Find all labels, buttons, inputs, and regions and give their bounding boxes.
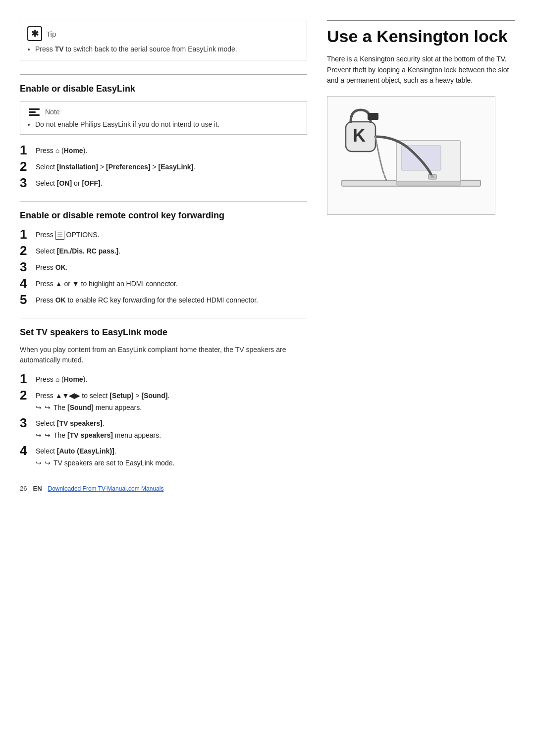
- svg-rect-7: [368, 113, 378, 120]
- step-num: 3: [20, 260, 31, 273]
- step-1-3: 3 Select [ON] or [OFF].: [20, 176, 307, 189]
- step-num: 4: [20, 444, 31, 457]
- step-text: Press ⌂ (Home).: [36, 372, 87, 385]
- divider-2: [20, 201, 307, 202]
- step-2-4: 4 Press ▲ or ▼ to highlight an HDMI conn…: [20, 277, 307, 290]
- step-num: 3: [20, 176, 31, 189]
- note-header: Note: [27, 106, 300, 117]
- page-number: 26: [20, 485, 27, 492]
- tip-icon: ✱: [27, 26, 42, 41]
- arrow-icon: ↪: [45, 458, 51, 468]
- step-2-3: 3 Press OK.: [20, 260, 307, 273]
- step-text: Press OK to enable RC key forwarding for…: [36, 293, 258, 305]
- arrow-item: ↪ TV speakers are set to EasyLink mode.: [36, 458, 174, 468]
- step-num: 4: [20, 277, 31, 290]
- step-text: Press ⌂ (Home).: [36, 144, 87, 156]
- step-num: 1: [20, 228, 31, 241]
- arrow-text: TV speakers are set to EasyLink mode.: [54, 458, 174, 468]
- step-3-4: 4 Select [Auto (EasyLink)]. ↪ TV speaker…: [20, 444, 307, 468]
- kensington-svg: K: [332, 101, 490, 210]
- right-heading: Use a Kensington lock: [327, 20, 515, 46]
- step-2-2: 2 Select [En./Dis. RC pass.].: [20, 244, 307, 257]
- note-label: Note: [45, 108, 60, 116]
- section3-steps: 1 Press ⌂ (Home). 2 Press ▲▼◀▶ to select…: [20, 372, 307, 468]
- step-text: Select [TV speakers]. ↪ The [TV speakers…: [36, 416, 161, 441]
- step-3-3: 3 Select [TV speakers]. ↪ The [TV speake…: [20, 416, 307, 441]
- arrow-text: The [TV speakers] menu appears.: [54, 430, 161, 441]
- step-num: 2: [20, 244, 31, 257]
- step-num: 3: [20, 416, 31, 429]
- step-text: Select [ON] or [OFF].: [36, 176, 103, 189]
- section2-heading: Enable or disable remote control key for…: [20, 210, 307, 221]
- right-column: Use a Kensington lock There is a Kensing…: [327, 20, 515, 472]
- divider-3: [20, 318, 307, 318]
- divider-1: [20, 74, 307, 75]
- footer-link[interactable]: Downloaded From TV-Manual.com Manuals: [48, 485, 164, 492]
- arrow-icon: ↪: [45, 403, 51, 413]
- home-icon: ⌂: [55, 375, 59, 383]
- kensington-image: K: [327, 96, 495, 215]
- tip-label: Tip: [46, 30, 56, 38]
- step-1-2: 2 Select [Installation] > [Preferences] …: [20, 160, 307, 173]
- step-text: Select [En./Dis. RC pass.].: [36, 244, 120, 256]
- step-text: Press ☰ OPTIONS.: [36, 228, 99, 240]
- step-num: 5: [20, 293, 31, 306]
- step-text: Press ▲▼◀▶ to select [Setup] > [Sound]. …: [36, 389, 169, 413]
- note-item-1: Do not enable Philips EasyLink if you do…: [35, 120, 300, 128]
- step-text: Press OK.: [36, 260, 68, 273]
- options-icon: ☰: [55, 231, 64, 240]
- home-icon: ⌂: [55, 147, 59, 154]
- section3-intro: When you play content from an EasyLink c…: [20, 345, 307, 365]
- step-3-1: 1 Press ⌂ (Home).: [20, 372, 307, 385]
- step-text: Press ▲ or ▼ to highlight an HDMI connec…: [36, 277, 178, 289]
- arrow-icon: ↪: [45, 430, 51, 441]
- arrow-item: ↪ The [TV speakers] menu appears.: [36, 430, 161, 441]
- step-num: 2: [20, 160, 31, 173]
- arrow-text: The [Sound] menu appears.: [54, 403, 142, 413]
- step-text: Select [Auto (EasyLink)]. ↪ TV speakers …: [36, 444, 174, 468]
- step-num: 1: [20, 144, 31, 156]
- note-content: Do not enable Philips EasyLink if you do…: [27, 120, 300, 128]
- step-1-1: 1 Press ⌂ (Home).: [20, 144, 307, 156]
- step-2-5: 5 Press OK to enable RC key forwarding f…: [20, 293, 307, 306]
- step-num: 1: [20, 372, 31, 385]
- section1-heading: Enable or disable EasyLink: [20, 84, 307, 94]
- left-column: ✱ Tip Press TV to switch back to the aer…: [20, 20, 307, 472]
- step-text: Select [Installation] > [Preferences] > …: [36, 160, 195, 172]
- section3-heading: Set TV speakers to EasyLink mode: [20, 327, 307, 338]
- svg-rect-8: [396, 181, 461, 185]
- note-box: Note Do not enable Philips EasyLink if y…: [20, 101, 307, 135]
- section2-steps: 1 Press ☰ OPTIONS. 2 Select [En./Dis. RC…: [20, 228, 307, 306]
- arrow-item: ↪ The [Sound] menu appears.: [36, 403, 169, 413]
- tip-content: Press TV to switch back to the aerial so…: [27, 45, 300, 53]
- tip-box: ✱ Tip Press TV to switch back to the aer…: [20, 20, 307, 60]
- lang-label: EN: [33, 485, 42, 492]
- section1-steps: 1 Press ⌂ (Home). 2 Select [Installation…: [20, 144, 307, 189]
- tip-item-1: Press TV to switch back to the aerial so…: [35, 45, 300, 53]
- right-desc: There is a Kensington security slot at t…: [327, 54, 515, 86]
- step-3-2: 2 Press ▲▼◀▶ to select [Setup] > [Sound]…: [20, 389, 307, 413]
- step-2-1: 1 Press ☰ OPTIONS.: [20, 228, 307, 241]
- tip-star-icon: ✱: [31, 28, 39, 39]
- tip-header: ✱ Tip: [27, 26, 300, 41]
- note-icon: [27, 106, 41, 117]
- svg-rect-2: [401, 146, 441, 170]
- svg-text:K: K: [353, 125, 366, 146]
- step-num: 2: [20, 389, 31, 402]
- svg-point-4: [430, 175, 434, 178]
